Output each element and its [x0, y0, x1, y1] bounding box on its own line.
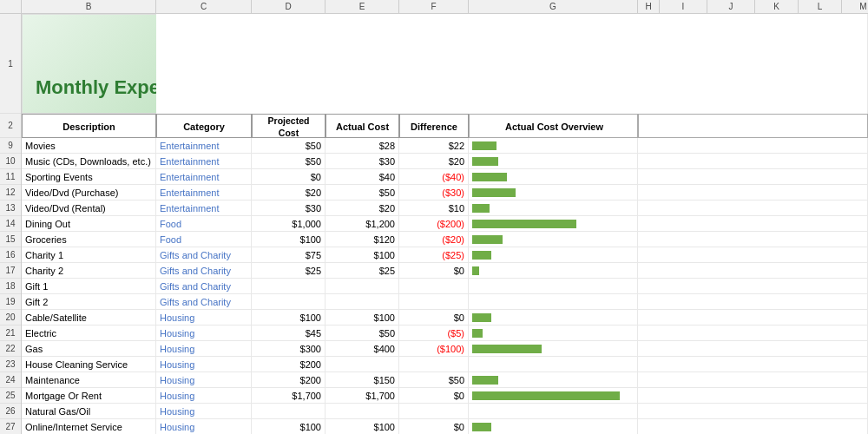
cell-actual[interactable]: $50	[326, 326, 399, 340]
cell-difference[interactable]: ($200)	[399, 216, 469, 231]
cell-category[interactable]: Entertainment	[156, 169, 252, 184]
cell-category[interactable]: Housing	[156, 404, 252, 418]
cell-category[interactable]: Housing	[156, 419, 252, 434]
cell-actual[interactable]: $30	[326, 154, 399, 168]
cell-bar-container	[469, 247, 638, 262]
cell-difference[interactable]: $0	[399, 388, 469, 403]
cell-difference[interactable]: $0	[399, 419, 469, 434]
cell-projected[interactable]: $1,700	[252, 388, 326, 403]
bar-chart	[472, 235, 503, 244]
cell-projected[interactable]: $300	[252, 341, 326, 356]
cell-projected[interactable]: $45	[252, 326, 326, 340]
cell-description[interactable]: Groceries	[22, 232, 156, 247]
cell-projected[interactable]	[252, 294, 326, 309]
cell-projected[interactable]: $25	[252, 263, 326, 278]
cell-projected[interactable]: $1,000	[252, 216, 326, 231]
cell-actual[interactable]: $28	[326, 138, 399, 153]
cell-projected[interactable]: $200	[252, 372, 326, 387]
cell-description[interactable]: Online/Internet Service	[22, 419, 156, 434]
cell-description[interactable]: Sporting Events	[22, 169, 156, 184]
cell-actual[interactable]: $1,200	[326, 216, 399, 231]
cell-actual[interactable]: $100	[326, 419, 399, 434]
cell-difference[interactable]: ($25)	[399, 247, 469, 262]
cell-difference[interactable]: $0	[399, 310, 469, 325]
cell-description[interactable]: Electric	[22, 326, 156, 340]
cell-projected[interactable]: $100	[252, 419, 326, 434]
cell-description[interactable]: Music (CDs, Downloads, etc.)	[22, 154, 156, 168]
cell-category[interactable]: Gifts and Charity	[156, 263, 252, 278]
cell-actual[interactable]: $1,700	[326, 388, 399, 403]
cell-difference[interactable]: $20	[399, 154, 469, 168]
cell-category[interactable]: Housing	[156, 357, 252, 372]
table-row: Cable/Satellite Housing $100 $100 $0	[22, 310, 868, 326]
cell-actual[interactable]: $120	[326, 232, 399, 247]
cell-difference[interactable]: ($20)	[399, 232, 469, 247]
cell-projected[interactable]: $200	[252, 357, 326, 372]
cell-actual[interactable]: $50	[326, 185, 399, 200]
cell-description[interactable]: Charity 1	[22, 247, 156, 262]
cell-projected[interactable]: $100	[252, 310, 326, 325]
cell-projected[interactable]: $50	[252, 138, 326, 153]
cell-projected[interactable]: $20	[252, 185, 326, 200]
cell-projected[interactable]: $75	[252, 247, 326, 262]
cell-actual[interactable]	[326, 294, 399, 309]
cell-category[interactable]: Gifts and Charity	[156, 279, 252, 293]
cell-description[interactable]: Charity 2	[22, 263, 156, 278]
cell-difference[interactable]: $0	[399, 263, 469, 278]
cell-description[interactable]: Gas	[22, 341, 156, 356]
cell-actual[interactable]: $400	[326, 341, 399, 356]
cell-category[interactable]: Entertainment	[156, 154, 252, 168]
cell-difference[interactable]: ($40)	[399, 169, 469, 184]
cell-projected[interactable]: $0	[252, 169, 326, 184]
header-projected-cost: ProjectedCost	[252, 114, 326, 138]
cell-description[interactable]: Gift 1	[22, 279, 156, 293]
cell-actual[interactable]	[326, 404, 399, 418]
cell-actual[interactable]: $100	[326, 310, 399, 325]
cell-actual[interactable]: $150	[326, 372, 399, 387]
cell-actual[interactable]	[326, 357, 399, 372]
cell-projected[interactable]: $100	[252, 232, 326, 247]
cell-difference[interactable]	[399, 279, 469, 293]
cell-category[interactable]: Housing	[156, 310, 252, 325]
cell-category[interactable]: Entertainment	[156, 201, 252, 215]
cell-difference[interactable]: ($5)	[399, 326, 469, 340]
cell-actual[interactable]	[326, 279, 399, 293]
cell-difference[interactable]: $50	[399, 372, 469, 387]
cell-description[interactable]: Gift 2	[22, 294, 156, 309]
cell-actual[interactable]: $20	[326, 201, 399, 215]
cell-description[interactable]: Video/Dvd (Rental)	[22, 201, 156, 215]
cell-description[interactable]: Video/Dvd (Purchase)	[22, 185, 156, 200]
cell-description[interactable]: Natural Gas/Oil	[22, 404, 156, 418]
cell-difference[interactable]: ($30)	[399, 185, 469, 200]
cell-difference[interactable]: ($100)	[399, 341, 469, 356]
cell-category[interactable]: Food	[156, 232, 252, 247]
cell-projected[interactable]: $50	[252, 154, 326, 168]
cell-actual[interactable]: $25	[326, 263, 399, 278]
cell-projected[interactable]	[252, 404, 326, 418]
cell-category[interactable]: Gifts and Charity	[156, 294, 252, 309]
cell-description[interactable]: Cable/Satellite	[22, 310, 156, 325]
cell-description[interactable]: Mortgage Or Rent	[22, 388, 156, 403]
cell-category[interactable]: Housing	[156, 341, 252, 356]
cell-projected[interactable]	[252, 279, 326, 293]
cell-difference[interactable]	[399, 294, 469, 309]
cell-category[interactable]: Food	[156, 216, 252, 231]
cell-description[interactable]: Dining Out	[22, 216, 156, 231]
cell-category[interactable]: Housing	[156, 388, 252, 403]
cell-difference[interactable]: $10	[399, 201, 469, 215]
cell-category[interactable]: Entertainment	[156, 138, 252, 153]
cell-category[interactable]: Housing	[156, 326, 252, 340]
cell-actual[interactable]: $40	[326, 169, 399, 184]
cell-difference[interactable]	[399, 404, 469, 418]
cell-difference[interactable]: $22	[399, 138, 469, 153]
cell-category[interactable]: Gifts and Charity	[156, 247, 252, 262]
cell-description[interactable]: Movies	[22, 138, 156, 153]
cell-actual[interactable]: $100	[326, 247, 399, 262]
cell-category[interactable]: Housing	[156, 372, 252, 387]
cell-bar-container	[469, 169, 638, 184]
cell-projected[interactable]: $30	[252, 201, 326, 215]
cell-category[interactable]: Entertainment	[156, 185, 252, 200]
cell-difference[interactable]	[399, 357, 469, 372]
cell-description[interactable]: Maintenance	[22, 372, 156, 387]
cell-description[interactable]: House Cleaning Service	[22, 357, 156, 372]
